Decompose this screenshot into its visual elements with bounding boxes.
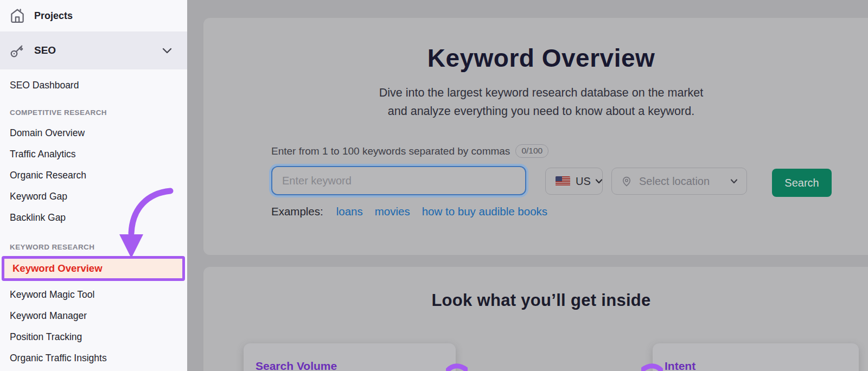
search-volume-card-title: Search Volume (256, 360, 337, 371)
sidebar-projects-label: Projects (34, 10, 73, 22)
example-link-audible-books[interactable]: how to buy audible books (422, 205, 547, 218)
search-label: Enter from 1 to 100 keywords separated b… (271, 145, 510, 157)
sidebar-seo-label: SEO (34, 44, 56, 56)
sidebar-item-traffic-analytics[interactable]: Traffic Analytics (0, 144, 187, 165)
sidebar-item-organic-research[interactable]: Organic Research (0, 165, 187, 186)
sidebar-menu: SEO Dashboard COMPETITIVE RESEARCH Domai… (0, 75, 187, 369)
inside-preview-card: Look what you’ll get inside Search Volum… (203, 267, 868, 371)
intent-card: Intent (653, 343, 859, 371)
sidebar-item-position-tracking[interactable]: Position Tracking (0, 327, 187, 348)
sidebar-item-backlink-gap[interactable]: Backlink Gap (0, 207, 187, 228)
example-link-movies[interactable]: movies (375, 205, 410, 218)
intent-card-title: Intent (665, 360, 695, 371)
key-icon (9, 42, 25, 59)
sidebar: Projects SEO SEO Dashboard COMPETITIVE R… (0, 0, 187, 371)
keyword-overview-card: Keyword Overview Dive into the largest k… (203, 18, 868, 255)
sidebar-item-keyword-manager[interactable]: Keyword Manager (0, 305, 187, 327)
page-title: Keyword Overview (203, 43, 868, 73)
search-volume-card: Search Volume (244, 343, 456, 371)
keyword-counter-badge: 0/100 (515, 144, 548, 158)
sidebar-header-keyword-research: KEYWORD RESEARCH (0, 228, 187, 256)
sidebar-item-keyword-gap[interactable]: Keyword Gap (0, 186, 187, 207)
home-icon (9, 8, 25, 24)
location-placeholder: Select location (639, 175, 710, 188)
sidebar-item-domain-overview[interactable]: Domain Overview (0, 123, 187, 144)
sidebar-item-seo-dashboard[interactable]: SEO Dashboard (0, 75, 187, 96)
chevron-down-icon[interactable] (162, 47, 172, 54)
inside-section-title: Look what you’ll get inside (203, 291, 868, 310)
page-subtitle-line1: Dive into the largest keyword research d… (203, 84, 868, 102)
main-content: Keyword Overview Dive into the largest k… (187, 0, 868, 371)
chevron-down-icon (595, 178, 603, 184)
us-flag-icon (556, 176, 570, 186)
search-label-row: Enter from 1 to 100 keywords separated b… (271, 144, 548, 158)
country-dropdown[interactable]: US (545, 168, 603, 195)
chevron-down-icon (730, 178, 738, 184)
location-dropdown[interactable]: Select location (611, 168, 747, 195)
example-link-loans[interactable]: loans (336, 205, 363, 218)
search-button[interactable]: Search (772, 169, 832, 197)
sidebar-section-seo[interactable]: SEO (0, 31, 187, 69)
examples-label: Examples: (271, 205, 323, 218)
page-subtitle: Dive into the largest keyword research d… (203, 84, 868, 120)
sidebar-item-organic-traffic-insights[interactable]: Organic Traffic Insights (0, 348, 187, 369)
examples-row: Examples: loans movies how to buy audibl… (271, 205, 559, 218)
keyword-input[interactable] (271, 166, 526, 195)
page-subtitle-line2: and analyze everything you need to know … (203, 102, 868, 120)
sidebar-header-competitive-research: COMPETITIVE RESEARCH (0, 96, 187, 123)
sidebar-item-projects[interactable]: Projects (0, 0, 187, 31)
location-pin-icon (621, 175, 633, 187)
sidebar-item-keyword-overview-active[interactable]: Keyword Overview (2, 256, 185, 281)
app-root: Projects SEO SEO Dashboard COMPETITIVE R… (0, 0, 868, 371)
sidebar-item-keyword-magic-tool[interactable]: Keyword Magic Tool (0, 284, 187, 305)
country-code: US (576, 175, 591, 188)
